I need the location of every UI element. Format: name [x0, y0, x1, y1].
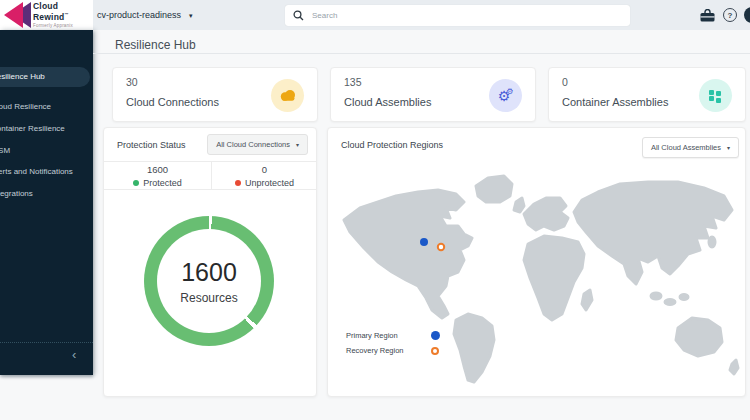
sidebar-item-alerts-and-notifications[interactable]: Alerts and Notifications [0, 162, 93, 182]
regions-panel-title: Cloud Protection Regions [341, 140, 443, 150]
sidebar: Resilience Hub Cloud Resilience Containe… [0, 30, 93, 375]
toolbox-icon[interactable] [700, 9, 715, 22]
unprotected-count: 0 [211, 164, 318, 175]
logo-title-line1: Cloud [33, 2, 73, 11]
trademark: ™ [64, 12, 68, 17]
cloud-assemblies-filter-dropdown[interactable]: All Cloud Assemblies ▾ [642, 137, 739, 158]
donut-resources-label: Resources [180, 291, 237, 305]
card-cloud-assemblies[interactable]: 135 Cloud Assemblies ⚙⚙ [330, 67, 536, 122]
gears-icon: ⚙⚙ [489, 79, 522, 112]
protection-status-title: Protection Status [117, 140, 186, 150]
legend-primary-region: Primary Region [346, 328, 440, 343]
unprotected-label: Unprotected [245, 178, 294, 188]
primary-region-marker [420, 238, 428, 246]
chevron-down-icon: ▾ [296, 142, 299, 148]
sidebar-item-integrations[interactable]: Integrations [0, 184, 93, 204]
account-icon[interactable] [744, 7, 750, 23]
grid-icon [699, 79, 732, 112]
unprotected-status-dot [235, 180, 241, 186]
sidebar-item-resilience-hub[interactable]: Resilience Hub [0, 67, 90, 87]
workspace-selector-label: cv-product-readiness [97, 10, 181, 20]
top-bar: Cloud Rewind™ Formerly Appranix cv-produ… [0, 0, 750, 30]
cloud-rewind-dashboard: Cloud Rewind™ Formerly Appranix cv-produ… [0, 0, 750, 420]
container-assemblies-label: Container Assemblies [562, 96, 668, 108]
cloud-icon [271, 79, 304, 112]
cloud-connections-filter-dropdown[interactable]: All Cloud Connections ▾ [207, 134, 308, 155]
help-icon[interactable]: ? [723, 8, 737, 22]
recovery-region-marker [438, 244, 444, 250]
donut-total-resources: 1600 [181, 258, 237, 287]
divider [104, 189, 316, 190]
recovery-region-ring-icon [431, 347, 439, 355]
sidebar-collapse-icon[interactable]: ‹ [72, 348, 76, 361]
sidebar-item-itsm[interactable]: ITSM [0, 141, 93, 161]
cloud-assemblies-count: 135 [344, 76, 362, 88]
unprotected-stat: 0 Unprotected [211, 164, 318, 188]
cloud-connections-label: Cloud Connections [126, 96, 219, 108]
chevron-down-icon: ▾ [189, 12, 193, 19]
card-cloud-connections[interactable]: 30 Cloud Connections [112, 67, 318, 122]
primary-region-dot-icon [431, 331, 440, 340]
map-legend: Primary Region Recovery Region [346, 328, 440, 358]
chevron-down-icon: ▾ [727, 145, 730, 151]
logo-title-line2: Rewind™ [33, 11, 73, 21]
search-input[interactable] [312, 11, 592, 20]
cloud-protection-regions-panel: Cloud Protection Regions All Cloud Assem… [327, 127, 746, 397]
sidebar-item-container-resilience[interactable]: Container Resilience [0, 119, 93, 139]
primary-region-label: Primary Region [346, 331, 431, 340]
protected-status-dot [133, 180, 139, 186]
protected-count: 1600 [104, 164, 211, 175]
logo: Cloud Rewind™ Formerly Appranix [0, 0, 93, 30]
cloud-connections-count: 30 [126, 76, 138, 88]
protection-donut-chart: 1600 Resources [144, 216, 274, 346]
search-bar[interactable] [285, 5, 630, 26]
workspace-selector[interactable]: cv-product-readiness ▾ [97, 0, 193, 30]
header-divider [93, 53, 750, 54]
card-container-assemblies[interactable]: 0 Container Assemblies [548, 67, 746, 122]
sidebar-divider [0, 342, 93, 343]
page-title: Resilience Hub [115, 38, 196, 52]
divider [104, 161, 316, 162]
container-assemblies-count: 0 [562, 76, 568, 88]
protected-label: Protected [143, 178, 182, 188]
protected-stat: 1600 Protected [104, 164, 211, 188]
protection-status-panel: Protection Status All Cloud Connections … [103, 127, 317, 397]
search-icon [293, 10, 304, 21]
rewind-logo-icon [2, 2, 32, 28]
sidebar-item-cloud-resilience[interactable]: Cloud Resilience [0, 97, 93, 117]
recovery-region-label: Recovery Region [346, 346, 431, 355]
cloud-assemblies-label: Cloud Assemblies [344, 96, 431, 108]
legend-recovery-region: Recovery Region [346, 343, 440, 358]
